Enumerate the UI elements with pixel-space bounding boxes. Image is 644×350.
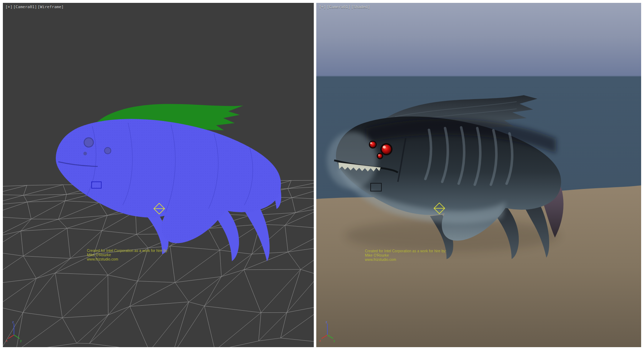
axis-y-label: y [20,339,22,342]
dual-viewport-frame: [+][Camera01][Wireframe] [0,0,644,350]
wireframe-scene-canvas[interactable] [3,3,314,347]
watermark-line: www.frizstudio.com [365,258,447,262]
watermark-text: Created for Intel Corporation as a work … [365,249,447,262]
viewport-camera01-wireframe[interactable]: [+][Camera01][Wireframe] [3,3,314,347]
watermark-line: Created for Intel Corporation as a work … [87,249,169,253]
viewport-shading-button[interactable]: [Wireframe] [38,5,64,9]
axis-z-label: z [326,321,327,324]
viewport-pov-button[interactable]: [Camera01] [13,5,37,9]
viewport-camera01-shaded[interactable]: [+][Camera01][Shaded] [316,3,641,347]
watermark-line: Mike O'Rourke [87,253,169,257]
viewport-label-bar: [+][Camera01][Shaded] [319,5,371,9]
axis-y-label: y [333,339,335,342]
watermark-text: Created for Intel Corporation as a work … [87,249,169,262]
axis-x-label: x [319,339,321,342]
viewport-menu-button[interactable]: [+] [5,5,13,9]
viewport-shading-button[interactable]: [Shaded] [351,5,370,9]
axis-z-label: z [12,321,14,324]
watermark-line: Created for Intel Corporation as a work … [365,249,447,253]
watermark-line: www.frizstudio.com [87,257,169,262]
shaded-scene-canvas[interactable] [316,3,641,347]
viewport-pov-button[interactable]: [Camera01] [327,5,350,9]
viewport-menu-button[interactable]: [+] [319,5,326,9]
watermark-line: Mike O'Rourke [365,253,447,258]
viewport-label-bar: [+][Camera01][Wireframe] [5,5,64,9]
world-axis-tripod: z x y [5,320,23,343]
fish-model-wireframe[interactable] [56,104,281,261]
axis-x-label: x [6,339,8,342]
world-axis-tripod: z x y [318,320,336,343]
